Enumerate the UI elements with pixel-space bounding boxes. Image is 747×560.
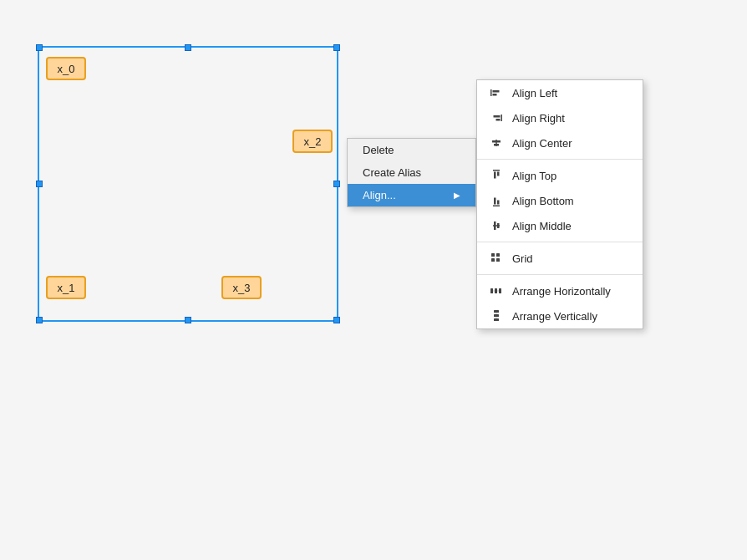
align-right-icon	[489, 110, 504, 125]
align-bottom-icon	[489, 193, 504, 208]
svg-rect-10	[494, 172, 496, 179]
svg-rect-1	[493, 90, 500, 93]
submenu: Align Left Align Right Ali	[476, 79, 643, 329]
svg-rect-28	[494, 314, 499, 317]
handle-top-left[interactable]	[36, 44, 43, 51]
menu-item-align[interactable]: Align... ▶	[348, 184, 475, 206]
handle-top-center[interactable]	[185, 44, 191, 51]
submenu-sep-3	[477, 274, 643, 275]
submenu-sep-2	[477, 242, 643, 242]
handle-mid-right[interactable]	[333, 181, 340, 187]
svg-rect-21	[496, 258, 500, 262]
align-top-icon	[489, 168, 504, 183]
submenu-item-align-center[interactable]: Align Center	[477, 130, 643, 155]
svg-rect-8	[494, 144, 499, 146]
node-x1[interactable]: x_1	[46, 276, 86, 299]
svg-rect-24	[499, 288, 501, 293]
svg-rect-0	[490, 89, 492, 96]
svg-rect-5	[496, 119, 501, 121]
menu-item-delete[interactable]: Delete	[348, 139, 475, 161]
context-menu: Delete Create Alias Align... ▶	[347, 138, 476, 207]
svg-rect-26	[498, 291, 499, 292]
svg-rect-16	[494, 221, 496, 230]
svg-rect-17	[497, 223, 500, 228]
submenu-item-arrange-h[interactable]: Arrange Horizontally	[477, 278, 643, 303]
svg-rect-11	[497, 172, 500, 176]
svg-rect-23	[495, 288, 497, 293]
svg-rect-25	[494, 291, 495, 292]
align-left-icon	[489, 85, 504, 100]
arrange-v-icon	[489, 308, 504, 323]
handle-top-right[interactable]	[333, 44, 340, 51]
node-x2[interactable]: x_2	[292, 130, 333, 153]
submenu-sep-1	[477, 159, 643, 160]
svg-rect-20	[491, 258, 495, 262]
svg-rect-7	[492, 140, 501, 143]
svg-rect-22	[490, 288, 493, 293]
canvas: x_0 x_1 x_2 x_3 Delete Create Alias Alig…	[0, 0, 747, 560]
handle-bottom-left[interactable]	[36, 317, 43, 323]
handle-mid-left[interactable]	[36, 181, 43, 187]
grid-icon	[489, 251, 504, 266]
align-middle-icon	[489, 218, 504, 233]
align-center-icon	[489, 135, 504, 150]
submenu-item-align-top[interactable]: Align Top	[477, 163, 643, 188]
svg-rect-9	[493, 170, 500, 171]
arrange-h-icon	[489, 283, 504, 298]
svg-rect-13	[494, 198, 496, 205]
svg-rect-18	[491, 253, 495, 257]
svg-rect-31	[496, 318, 497, 318]
node-x3[interactable]: x_3	[221, 276, 262, 299]
submenu-item-arrange-v[interactable]: Arrange Vertically	[477, 303, 643, 328]
svg-rect-27	[494, 310, 499, 313]
svg-rect-3	[501, 115, 503, 121]
submenu-item-grid[interactable]: Grid	[477, 246, 643, 271]
handle-bottom-center[interactable]	[185, 317, 191, 323]
submenu-item-align-bottom[interactable]: Align Bottom	[477, 188, 643, 213]
svg-rect-2	[493, 94, 497, 96]
submenu-item-align-left[interactable]: Align Left	[477, 80, 643, 105]
svg-rect-12	[493, 206, 500, 207]
svg-rect-14	[497, 201, 500, 205]
svg-rect-19	[496, 253, 500, 257]
node-x0[interactable]: x_0	[46, 57, 86, 80]
submenu-item-align-middle[interactable]: Align Middle	[477, 213, 643, 238]
menu-item-create-alias[interactable]: Create Alias	[348, 161, 475, 184]
svg-rect-30	[496, 313, 497, 314]
svg-rect-29	[494, 318, 499, 321]
svg-rect-4	[494, 115, 501, 118]
submenu-item-align-right[interactable]: Align Right	[477, 105, 643, 130]
submenu-arrow-icon: ▶	[454, 191, 460, 200]
handle-bottom-right[interactable]	[333, 317, 340, 323]
